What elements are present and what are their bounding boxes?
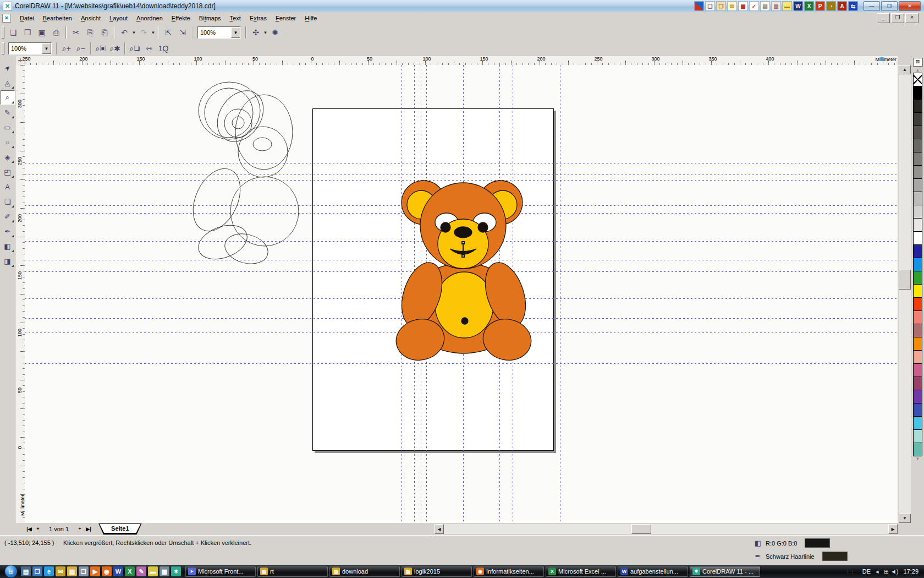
color-swatch-555250[interactable] [913, 126, 922, 139]
palette-options-icon[interactable]: ▨ [913, 58, 923, 67]
firefox-icon[interactable]: ◉ [102, 566, 112, 576]
zoom-in-button[interactable]: ⌕+ [59, 41, 74, 56]
export-button[interactable]: ⇲ [175, 25, 190, 40]
import-button[interactable]: ⇱ [161, 25, 175, 40]
color-swatch-2b2926[interactable] [913, 99, 922, 113]
print-button[interactable]: ⎙ [49, 25, 63, 40]
outlook-journal-icon[interactable]: ▥ [771, 1, 781, 11]
tray-chevron-icon[interactable]: ◂ [876, 568, 879, 575]
outline-tool[interactable]: ✒ [1, 224, 15, 238]
vertical-scroll-thumb[interactable] [899, 270, 911, 290]
horizontal-scroll-thumb[interactable] [631, 524, 651, 534]
outlook-mail-icon[interactable]: ✉ [727, 1, 737, 11]
scroll-right-button[interactable]: ▶ [888, 524, 898, 534]
excel-icon[interactable]: X [804, 1, 814, 11]
paint-icon[interactable]: ✎ [136, 566, 146, 576]
color-swatch-f28c0a[interactable] [913, 337, 922, 351]
zoom-tool[interactable]: ⌕ [1, 90, 15, 105]
teddy-belly[interactable] [435, 272, 493, 338]
basic-shapes-tool[interactable]: ◰ [1, 165, 15, 179]
outlook-contacts-icon[interactable]: ▤ [760, 1, 770, 11]
taskbar-button-logik2015[interactable]: ▨logik2015 [402, 566, 472, 577]
color-swatch-a8ded6[interactable] [913, 429, 922, 443]
menu-bearbeiten[interactable]: Bearbeiten [38, 13, 76, 23]
menu-effekte[interactable]: Effekte [167, 13, 195, 23]
mdi-minimize-button[interactable]: _ [877, 13, 890, 23]
color-swatch-7f7d7a[interactable] [913, 152, 922, 166]
color-swatch-403e3b[interactable] [913, 112, 922, 126]
word-icon[interactable]: W [793, 1, 803, 11]
taskbar-button-aufgabenstellun-[interactable]: Waufgabenstellun... [618, 566, 688, 577]
powerpoint-icon[interactable]: P [815, 1, 825, 11]
outlook-tasks-icon[interactable]: ✓ [749, 1, 759, 11]
color-swatch-b06c6c[interactable] [913, 324, 922, 337]
internet-explorer-icon[interactable]: e [44, 566, 54, 576]
media-player-icon[interactable]: ▶ [90, 566, 100, 576]
color-swatch-000000[interactable] [913, 86, 922, 100]
color-swatch-f2a694[interactable] [913, 350, 922, 364]
office-open-icon[interactable]: ❐ [716, 1, 726, 11]
taskbar-button-microsoft-front-[interactable]: FMicrosoft Front... [185, 566, 256, 577]
color-swatch-2da12d[interactable] [913, 271, 922, 285]
menu-hilfe[interactable]: Hilfe [300, 13, 321, 23]
mdi-close-button[interactable]: × [905, 13, 919, 23]
menu-ansicht[interactable]: Ansicht [76, 13, 105, 23]
taskbar-button-rt[interactable]: ▨rt [257, 566, 328, 577]
interactive-fill-tool[interactable]: ◨ [1, 254, 15, 268]
add-page-before-button[interactable]: + [34, 525, 42, 533]
tray-icons[interactable]: ⊞ ◄) [884, 568, 899, 575]
menu-anordnen[interactable]: Anordnen [132, 13, 167, 23]
restore-button[interactable]: ❐ [881, 1, 898, 11]
outlook-calendar-icon[interactable]: ▦ [738, 1, 748, 11]
color-swatch-f23c0a[interactable] [913, 297, 922, 311]
start-button[interactable]: ⊞ [4, 565, 18, 578]
zoom-page-button[interactable]: ⌕❏ [128, 41, 142, 56]
taskbar-button-microsoft-excel-[interactable]: XMicrosoft Excel ... [546, 566, 616, 577]
save-button[interactable]: ▣ [35, 25, 49, 40]
color-swatch-a9a7a5[interactable] [913, 178, 922, 192]
fill-tool[interactable]: ◧ [1, 239, 15, 253]
mail-icon[interactable]: ✉ [56, 566, 65, 576]
first-page-button[interactable]: |◀ [25, 525, 34, 533]
shape-tool[interactable]: ◬ [1, 75, 15, 90]
color-swatch-f08070[interactable] [913, 310, 922, 324]
paste-button[interactable]: ⎗ [97, 25, 112, 40]
pick-tool[interactable]: ➤ [1, 61, 15, 75]
outlook-clock-icon[interactable]: ◔ [826, 1, 836, 11]
access-icon[interactable]: A [837, 1, 847, 11]
zoom-level-combo[interactable]: 100%▼ [197, 26, 241, 39]
scroll-left-button[interactable]: ◀ [435, 524, 444, 534]
notes-icon[interactable]: ▬ [148, 566, 158, 576]
color-swatch-3c50b4[interactable] [913, 403, 922, 417]
horizontal-ruler[interactable]: Millimeter 25020015010050050100150200250… [25, 56, 898, 66]
no-fill-swatch[interactable] [913, 73, 922, 86]
menu-layout[interactable]: Layout [105, 13, 132, 23]
palette-scroll-down-icon[interactable]: ▼ [916, 456, 920, 462]
vertical-ruler[interactable]: Millimeter 300250200150100500 [15, 65, 25, 523]
teddy-drawing[interactable] [25, 65, 898, 523]
excel-icon[interactable]: X [125, 566, 135, 576]
show-desktop-icon[interactable]: ▤ [21, 566, 31, 576]
zoom-selected-button[interactable]: ⌕▣ [94, 41, 108, 56]
zoom-out-button[interactable]: ⌕− [74, 41, 88, 56]
add-page-after-button[interactable]: + [75, 525, 84, 533]
page-tab-seite1[interactable]: Seite1 [98, 524, 141, 535]
rectangle-tool[interactable]: ▭ [1, 120, 15, 134]
folder-icon[interactable]: ▨ [67, 566, 77, 576]
color-swatch-62bcae[interactable] [913, 443, 922, 456]
application-launcher-button-dropdown-icon[interactable]: ▼ [263, 26, 268, 39]
color-swatch-994066[interactable] [913, 377, 922, 390]
text-tool[interactable]: A [1, 179, 15, 194]
minimize-button[interactable]: — [864, 1, 880, 11]
color-swatch-48c4e8[interactable] [913, 416, 922, 430]
zoom-all-objects-button[interactable]: ⌕✱ [108, 41, 122, 56]
menu-text[interactable]: Text [226, 13, 245, 23]
zoom-level-combo-arrow-icon[interactable]: ▼ [231, 27, 240, 38]
corel-sync-icon[interactable]: ⇆ [848, 1, 858, 11]
taskbar-button-coreldraw-11-[interactable]: ✶CorelDRAW 11 - ... [690, 566, 760, 577]
polygon-tool[interactable]: ◈ [1, 150, 15, 164]
corel-icon[interactable]: ✶ [171, 566, 181, 576]
vertical-scrollbar[interactable]: ▲ ▼ [899, 65, 911, 523]
title-bar[interactable]: ✕ CorelDRAW 11 - [M:\websites\grafik\ueb… [0, 0, 924, 13]
undo-button-dropdown-icon[interactable]: ▼ [131, 26, 136, 39]
